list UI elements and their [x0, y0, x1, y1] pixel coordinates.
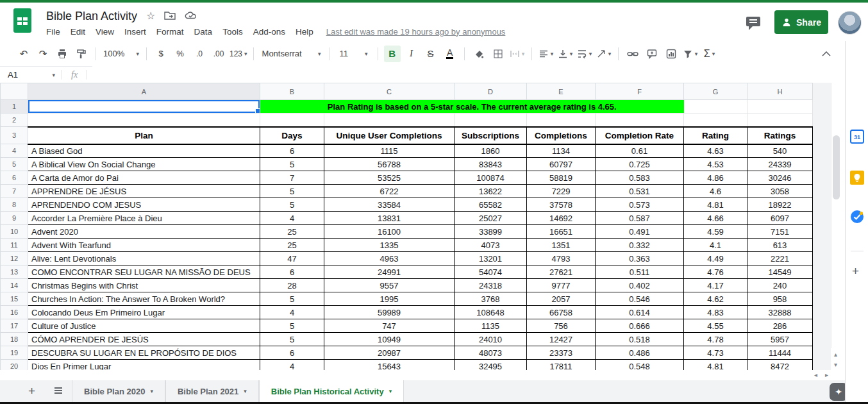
- cell-A4[interactable]: A Biased God: [28, 144, 260, 158]
- cell-A6[interactable]: A Carta de Amor do Pai: [28, 171, 260, 185]
- cell-G2[interactable]: [684, 114, 747, 127]
- cell-D8[interactable]: 65582: [455, 198, 527, 212]
- cell-E8[interactable]: 37578: [527, 198, 596, 212]
- cell-H20[interactable]: 8472: [747, 360, 813, 371]
- cell-D9[interactable]: 25027: [455, 212, 527, 225]
- menu-item-tools[interactable]: Tools: [217, 27, 248, 37]
- row-header-5[interactable]: 5: [1, 158, 28, 171]
- cell-A10[interactable]: Advent 2020: [28, 225, 260, 239]
- last-edit-link[interactable]: Last edit was made 19 hours ago by anony…: [326, 27, 506, 37]
- scroll-right-arrow[interactable]: ▸: [825, 372, 828, 378]
- cell-F11[interactable]: 0.332: [596, 239, 684, 252]
- cell-D20[interactable]: 32495: [455, 360, 527, 371]
- cell-B6[interactable]: 7: [260, 171, 324, 185]
- share-button[interactable]: Share: [774, 10, 828, 34]
- cell-C8[interactable]: 33584: [324, 198, 455, 212]
- row-header-13[interactable]: 13: [1, 265, 28, 279]
- sheet-tab-bible-plan-2021[interactable]: Bible Plan 2021 ▾: [165, 380, 259, 402]
- cell-H19[interactable]: 11444: [747, 346, 813, 360]
- cell-C19[interactable]: 20987: [324, 346, 455, 360]
- cell-B8[interactable]: 5: [260, 198, 324, 212]
- row-header-1[interactable]: 1: [1, 100, 28, 114]
- row-header-11[interactable]: 11: [1, 239, 28, 252]
- sheet-tab-bible-plan-2020[interactable]: Bible Plan 2020 ▾: [72, 380, 165, 402]
- row-header-12[interactable]: 12: [1, 252, 28, 265]
- formula-input[interactable]: [92, 66, 845, 83]
- column-header-H[interactable]: H: [747, 83, 813, 100]
- cell-A13[interactable]: COMO ENCONTRAR SEU LUGAR NA MISSÃO DE DE…: [28, 265, 260, 279]
- font-size-control[interactable]: 11▾: [336, 46, 372, 62]
- cell-D14[interactable]: 24318: [455, 279, 527, 292]
- cell-D4[interactable]: 1860: [455, 144, 527, 158]
- cell-E9[interactable]: 14692: [527, 212, 596, 225]
- undo-button[interactable]: ↶: [15, 46, 32, 62]
- cell-G10[interactable]: 4.59: [684, 225, 747, 239]
- header-cell-G3[interactable]: Rating: [684, 127, 747, 144]
- select-all-button[interactable]: [1, 83, 28, 100]
- cell-C4[interactable]: 1115: [324, 144, 455, 158]
- text-wrap-button[interactable]: ▾: [576, 46, 593, 62]
- strikethrough-button[interactable]: S: [422, 46, 439, 62]
- cell-C11[interactable]: 1335: [324, 239, 455, 252]
- cell-A5[interactable]: A Biblical View On Social Change: [28, 158, 260, 171]
- cell-E13[interactable]: 27621: [527, 265, 596, 279]
- cell-H7[interactable]: 3058: [747, 185, 813, 198]
- cell-B4[interactable]: 6: [260, 144, 324, 158]
- cell-E20[interactable]: 17811: [527, 360, 596, 371]
- cell-D2[interactable]: [455, 114, 527, 127]
- format-currency-button[interactable]: $: [153, 46, 169, 62]
- cell-A7[interactable]: APPRENDRE DE JÉSUS: [28, 185, 260, 198]
- cell-E6[interactable]: 58819: [527, 171, 596, 185]
- row-header-15[interactable]: 15: [1, 292, 28, 306]
- cell-B10[interactable]: 25: [260, 225, 324, 239]
- cell-G11[interactable]: 4.1: [684, 239, 747, 252]
- bold-button[interactable]: B: [384, 46, 401, 62]
- cell-B20[interactable]: 4: [260, 360, 324, 371]
- cell-G9[interactable]: 4.66: [684, 212, 747, 225]
- column-header-A[interactable]: A: [28, 83, 260, 100]
- cell-E4[interactable]: 1134: [527, 144, 596, 158]
- row-header-14[interactable]: 14: [1, 279, 28, 292]
- redo-button[interactable]: ↷: [35, 46, 51, 62]
- row-header-9[interactable]: 9: [1, 212, 28, 225]
- header-cell-H3[interactable]: Ratings: [747, 127, 813, 144]
- cell-A1[interactable]: [28, 100, 260, 114]
- header-cell-B3[interactable]: Days: [260, 127, 324, 144]
- column-header-G[interactable]: G: [684, 83, 747, 100]
- cell-B15[interactable]: 5: [260, 292, 324, 306]
- menu-item-data[interactable]: Data: [189, 27, 218, 37]
- cell-H13[interactable]: 14549: [747, 265, 813, 279]
- cell-H14[interactable]: 240: [747, 279, 813, 292]
- filter-button[interactable]: ▾: [682, 46, 699, 62]
- banner-cell[interactable]: Plan Rating is based on a 5-star scale. …: [260, 100, 684, 114]
- cell-F5[interactable]: 0.725: [596, 158, 684, 171]
- functions-button[interactable]: Σ▾: [701, 46, 718, 62]
- cell-F12[interactable]: 0.363: [596, 252, 684, 265]
- header-cell-F3[interactable]: Completion Rate: [596, 127, 684, 144]
- cell-C16[interactable]: 59989: [324, 306, 455, 319]
- cell-G7[interactable]: 4.6: [684, 185, 747, 198]
- cell-F6[interactable]: 0.583: [596, 171, 684, 185]
- scroll-up-arrow[interactable]: ▴: [834, 351, 837, 358]
- cell-B17[interactable]: 5: [260, 319, 324, 333]
- row-header-16[interactable]: 16: [1, 306, 28, 319]
- cell-F15[interactable]: 0.546: [596, 292, 684, 306]
- document-title[interactable]: Bible Plan Activity: [46, 10, 137, 23]
- vertical-scrollbar-thumb[interactable]: [833, 135, 840, 199]
- cell-B18[interactable]: 5: [260, 333, 324, 346]
- menu-item-view[interactable]: View: [90, 27, 119, 37]
- cell-C17[interactable]: 747: [324, 319, 455, 333]
- row-header-18[interactable]: 18: [1, 333, 28, 346]
- zoom-control[interactable]: 100%▾: [102, 46, 140, 62]
- cell-H5[interactable]: 24339: [747, 158, 813, 171]
- cell-B12[interactable]: 47: [260, 252, 324, 265]
- text-rotation-button[interactable]: ▾: [596, 46, 612, 62]
- menu-item-insert[interactable]: Insert: [119, 27, 151, 37]
- cell-B5[interactable]: 5: [260, 158, 324, 171]
- row-header-20[interactable]: 20: [1, 360, 28, 371]
- borders-button[interactable]: [490, 46, 506, 62]
- cell-E5[interactable]: 60797: [527, 158, 596, 171]
- cell-E7[interactable]: 7229: [527, 185, 596, 198]
- cell-F14[interactable]: 0.402: [596, 279, 684, 292]
- cell-H18[interactable]: 5957: [747, 333, 813, 346]
